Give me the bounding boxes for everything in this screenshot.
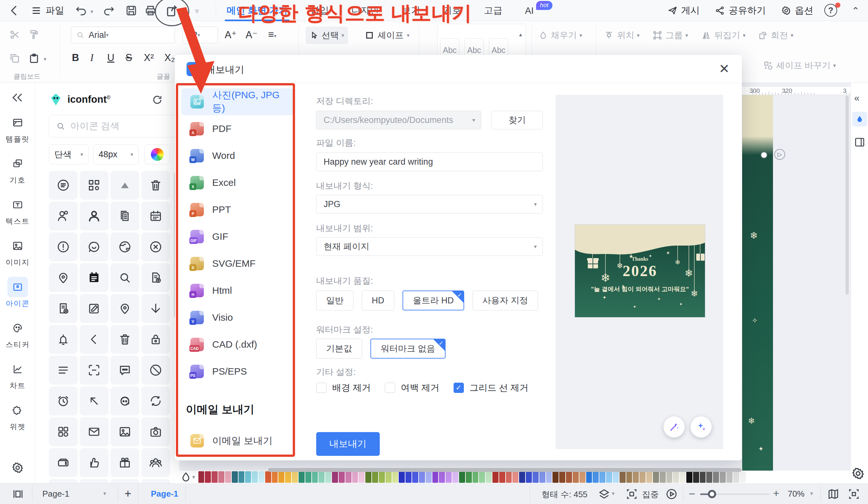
selection-handle[interactable] <box>761 152 767 158</box>
icon-search-input[interactable]: 아이콘 검색 <box>49 115 176 137</box>
grid-icon-bell[interactable] <box>49 325 78 354</box>
directory-select[interactable]: C:/Users/keompyuteo/Documents ▾ <box>316 111 481 130</box>
collapse-ribbon-icon[interactable]: ⌃ <box>851 5 860 17</box>
grid-icon-arrow-down[interactable] <box>141 294 170 323</box>
color-swatch[interactable] <box>586 471 592 483</box>
paste-dropdown-icon[interactable]: ▾ <box>44 56 46 63</box>
font-family-select[interactable]: Arial ▾ <box>71 27 175 43</box>
export-dropdown-icon[interactable]: ▿ <box>195 7 199 16</box>
file-menu[interactable]: 파일 <box>31 0 64 21</box>
format-item-Visio[interactable]: VVisio <box>182 304 294 331</box>
color-swatch[interactable] <box>419 471 425 483</box>
shape-tool-button[interactable]: 셰이프 ▾ <box>361 27 413 44</box>
color-swatch[interactable] <box>680 471 686 483</box>
checkbox-그리드 선 제거[interactable]: ✓그리드 선 제거 <box>454 382 529 394</box>
browse-button[interactable]: 찾기 <box>492 111 543 130</box>
chevron-down-icon[interactable]: ▾ <box>192 474 195 481</box>
color-swatch[interactable] <box>473 471 479 483</box>
zoom-value[interactable]: 70% <box>788 489 804 499</box>
color-swatch[interactable] <box>292 471 298 483</box>
color-swatch[interactable] <box>205 471 211 483</box>
color-swatch[interactable] <box>318 471 324 483</box>
color-swatch[interactable] <box>312 471 318 483</box>
sidebar-item-템플릿[interactable]: 템플릿 <box>0 112 35 153</box>
color-swatch[interactable] <box>426 471 432 483</box>
grid-icon-scan[interactable] <box>80 356 108 384</box>
grid-icon-globe[interactable] <box>111 233 139 261</box>
color-picker-button[interactable] <box>144 144 170 164</box>
underline-button[interactable]: U <box>107 52 114 64</box>
color-swatch[interactable] <box>599 471 606 483</box>
color-swatch[interactable] <box>493 471 498 483</box>
canvas-settings-gear-icon[interactable] <box>851 466 866 481</box>
zoom-slider[interactable] <box>700 493 769 495</box>
grid-icon-person[interactable] <box>80 202 108 230</box>
color-swatch[interactable] <box>693 471 699 483</box>
grid-icon-qr-settings[interactable] <box>80 171 108 200</box>
format-item-email[interactable]: 이메일 보내기 <box>182 427 294 454</box>
format-item-GIF[interactable]: GIFGIF <box>182 223 294 250</box>
format-item-PDF[interactable]: APDF <box>182 115 294 142</box>
color-swatch[interactable] <box>339 471 345 483</box>
color-swatch[interactable] <box>252 471 258 483</box>
grid-icon-pin[interactable] <box>49 263 78 292</box>
strikethrough-button[interactable]: S <box>125 52 132 64</box>
sidebar-item-위젯[interactable]: 위젯 <box>0 400 35 441</box>
bold-button[interactable]: B <box>72 52 79 64</box>
action-공유하기[interactable]: 공유하기 <box>715 4 766 17</box>
color-swatch[interactable] <box>379 471 385 483</box>
back-icon[interactable] <box>8 4 21 17</box>
flip-button[interactable]: 뒤집기▾ <box>701 30 746 41</box>
grid-icon-trash[interactable] <box>141 171 170 200</box>
color-swatch[interactable] <box>653 471 659 483</box>
sidebar-item-아이콘[interactable]: 아이콘 <box>0 277 35 318</box>
format-select[interactable]: JPG ▾ <box>316 195 543 214</box>
grid-icon-grid-apps[interactable] <box>49 417 78 446</box>
grid-icon-person-add[interactable] <box>49 202 78 230</box>
grid-icon-search[interactable] <box>111 263 139 292</box>
grid-icon-face[interactable] <box>111 387 139 415</box>
quality-option-울트라 HD[interactable]: 울트라 HD✓ <box>403 290 464 310</box>
color-swatch[interactable] <box>332 471 338 483</box>
grid-icon-close-circle[interactable] <box>141 233 170 261</box>
grid-icon-chat-smile[interactable] <box>80 233 108 261</box>
play-icon[interactable] <box>665 487 678 501</box>
grid-icon-gift[interactable] <box>111 448 139 477</box>
quality-option-사용자 지정[interactable]: 사용자 지정 <box>473 290 538 310</box>
format-item-사진(PNG, JPG 등)[interactable]: 사진(PNG, JPG 등) <box>182 88 294 115</box>
grid-icon-pin[interactable] <box>111 294 139 323</box>
color-swatch[interactable] <box>245 471 251 483</box>
font-size-select[interactable]: 2 ▾ <box>183 27 218 43</box>
sidebar-item-텍스트[interactable]: 텍스트 <box>0 195 35 236</box>
page-overview-icon[interactable] <box>12 487 24 501</box>
grid-icon-blank[interactable] <box>111 479 139 483</box>
grid-icon-blank[interactable] <box>49 479 78 483</box>
color-swatch[interactable] <box>439 471 445 483</box>
color-swatch[interactable] <box>673 471 679 483</box>
change-shape-button[interactable]: 셰이프 바꾸기▾ <box>763 60 836 71</box>
settings-gear-icon[interactable] <box>11 461 24 474</box>
filename-input[interactable]: Happy new year card writing <box>316 153 543 171</box>
color-swatch[interactable] <box>546 471 552 483</box>
quality-option-일반[interactable]: 일반 <box>316 290 353 310</box>
color-swatch[interactable] <box>399 471 405 483</box>
add-page-button[interactable]: + <box>125 487 131 501</box>
grid-icon-list[interactable] <box>49 356 78 384</box>
page-play-button[interactable]: ▷ <box>774 149 785 160</box>
export-share-icon[interactable] <box>164 3 180 19</box>
export-button[interactable]: 내보내기 <box>316 432 380 456</box>
format-item-PS/EPS[interactable]: PSPS/EPS <box>182 358 294 385</box>
grid-icon-mail[interactable] <box>80 417 108 446</box>
save-icon[interactable] <box>125 4 138 17</box>
zoom-out-button[interactable]: − <box>689 487 695 500</box>
layers-panel-icon[interactable] <box>854 136 866 148</box>
color-swatch[interactable] <box>686 471 692 483</box>
sidebar-item-차트[interactable]: 차트 <box>0 359 35 400</box>
color-swatch[interactable] <box>579 471 586 483</box>
color-swatch[interactable] <box>633 471 639 483</box>
color-swatch[interactable] <box>706 471 712 483</box>
grid-icon-blank[interactable] <box>141 479 170 483</box>
zoom-slider-knob[interactable] <box>708 490 716 498</box>
undo-dropdown-icon[interactable]: ▾ <box>91 8 93 15</box>
color-swatch[interactable] <box>365 471 371 483</box>
